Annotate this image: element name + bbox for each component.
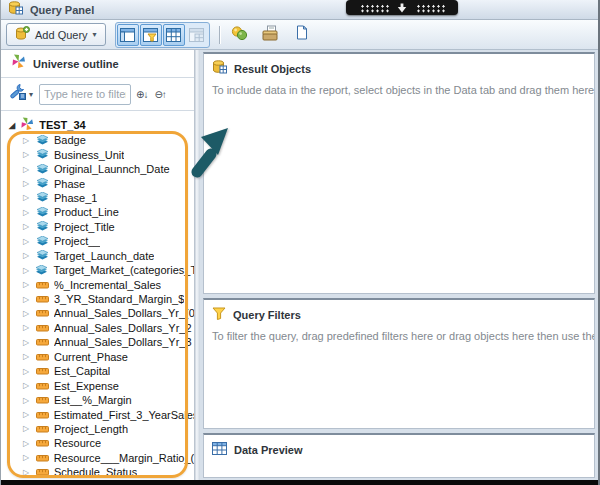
tree-item-label: Project__	[54, 235, 100, 247]
measure-icon	[36, 454, 49, 462]
tree-item[interactable]: ▷ Phase_1	[1, 191, 194, 205]
tree-item[interactable]: ▷ 3_YR_Standard_Margin_$	[1, 292, 194, 306]
collapsed-caret-icon[interactable]: ▷	[23, 352, 31, 361]
toggle-query-filters-pane-button[interactable]	[140, 24, 162, 46]
tree-item[interactable]: ▷ Annual_Sales_Dollars_Yr_2	[1, 321, 194, 335]
view-script-button[interactable]	[260, 24, 282, 46]
tree-item[interactable]: ▷ Phase	[1, 176, 194, 190]
wrench-icon	[9, 84, 27, 105]
toggle-data-preview-pane-button[interactable]	[163, 24, 185, 46]
tree-item-label: Annual_Sales_Dollars_Yr_2	[54, 322, 192, 334]
universe-icon	[20, 117, 34, 133]
docking-handle[interactable]	[346, 0, 458, 15]
collapsed-caret-icon[interactable]: ▷	[23, 381, 31, 390]
tree-item[interactable]: ▷ Schedule_Status	[1, 465, 194, 479]
collapsed-caret-icon[interactable]: ▷	[23, 280, 31, 289]
tree-item[interactable]: ▷ Business_Unit	[1, 147, 194, 161]
collapsed-caret-icon[interactable]: ▷	[23, 251, 31, 260]
tree-item[interactable]: ▷ Current_Phase	[1, 350, 194, 364]
data-preview-table-icon	[212, 441, 227, 459]
collapsed-caret-icon[interactable]: ▷	[23, 237, 31, 246]
toggle-result-objects-pane-button[interactable]	[117, 24, 139, 46]
tree-item-label: Project_Title	[54, 221, 115, 233]
toggle-secondary-pane-button[interactable]	[186, 24, 208, 46]
tree-item-label: Project_Length	[54, 423, 128, 435]
tree-item[interactable]: ▷ %_Incremental_Sales	[1, 277, 194, 291]
tree-item[interactable]: ▷ Project_Length	[1, 422, 194, 436]
collapsed-caret-icon[interactable]: ▷	[23, 396, 31, 405]
collapsed-caret-icon[interactable]: ▷	[23, 367, 31, 376]
result-objects-section[interactable]: Result Objects To include data in the re…	[203, 52, 595, 294]
tree-root-test-34[interactable]: ◢ TEST_34	[1, 117, 194, 133]
query-properties-button[interactable]	[229, 24, 251, 46]
collapsed-caret-icon[interactable]: ▷	[23, 193, 31, 202]
grip-dots-icon	[359, 3, 389, 13]
bottom-edge	[1, 480, 598, 485]
measure-icon	[36, 396, 49, 404]
collapsed-caret-icon[interactable]: ▷	[23, 309, 31, 318]
filter-funnel-icon	[212, 306, 226, 324]
expand-all-button[interactable]: ⊕↓	[134, 88, 149, 101]
tree-item[interactable]: ▷ Product_Line	[1, 205, 194, 219]
tree-item[interactable]: ▷ Est_Capital	[1, 364, 194, 378]
data-preview-section[interactable]: Data Preview	[203, 433, 595, 478]
tree-item-label: Target_Market_(categories_TE	[53, 264, 194, 276]
query-filters-section[interactable]: Query Filters To filter the query, drag …	[203, 298, 595, 429]
measure-icon	[36, 425, 49, 433]
tree-item[interactable]: ▷ Target_Launch_date	[1, 249, 194, 263]
query-filters-hint: To filter the query, drag predefined fil…	[204, 327, 594, 345]
tree-item-label: 3_YR_Standard_Margin_$	[54, 293, 184, 305]
pane-toggle-group	[115, 22, 210, 48]
expanded-caret-icon[interactable]: ◢	[9, 121, 15, 130]
dimension-icon	[36, 250, 49, 261]
collapsed-caret-icon[interactable]: ▷	[23, 338, 31, 347]
tree-item[interactable]: ▷ Annual_Sales_Dollars_Yr_(00	[1, 306, 194, 320]
collapsed-caret-icon[interactable]: ▷	[23, 222, 31, 231]
tree-item[interactable]: ▷ Annual_Sales_Dollars_Yr_3	[1, 335, 194, 349]
universe-tree: ◢ TEST_34 ▷	[1, 111, 194, 480]
universe-outline-panel: Universe outline ▾	[1, 50, 194, 480]
collapsed-caret-icon[interactable]: ▷	[23, 323, 31, 332]
document-button[interactable]	[291, 24, 313, 46]
collapsed-caret-icon[interactable]: ▷	[23, 468, 31, 477]
collapsed-caret-icon[interactable]: ▷	[23, 150, 31, 159]
collapsed-caret-icon[interactable]: ▷	[23, 208, 31, 217]
result-objects-hint: To include data in the report, select ob…	[204, 81, 594, 99]
tree-item[interactable]: ▷ Badge	[1, 133, 194, 147]
collapsed-caret-icon[interactable]: ▷	[23, 295, 31, 304]
tree-item[interactable]: ▷ Estimated_First_3_YearSales	[1, 407, 194, 421]
collapsed-caret-icon[interactable]: ▷	[23, 136, 31, 145]
chevron-down-icon: ▾	[29, 90, 33, 99]
tree-item-label: Original_Launnch_Date	[54, 163, 170, 175]
dimension-icon	[36, 192, 49, 203]
outline-filter-input[interactable]	[39, 84, 131, 105]
tree-item[interactable]: ▷ Project_Title	[1, 220, 194, 234]
tree-item[interactable]: ▷ Project__	[1, 234, 194, 248]
tree-item[interactable]: ▷ Target_Market_(categories_TE	[1, 263, 194, 277]
add-query-button[interactable]: Add Query ▾	[6, 23, 106, 46]
tree-item[interactable]: ▷ Resource	[1, 436, 194, 450]
dimension-icon	[36, 178, 49, 189]
tree-item[interactable]: ▷ Resource___Margin_Ratio_(F	[1, 451, 194, 465]
tree-item[interactable]: ▷ Original_Launnch_Date	[1, 162, 194, 176]
result-objects-header: Result Objects	[204, 54, 594, 81]
dimension-icon	[35, 265, 48, 276]
collapsed-caret-icon[interactable]: ▷	[23, 266, 30, 275]
measure-icon	[36, 281, 49, 289]
measure-icon	[36, 439, 49, 447]
collapsed-caret-icon[interactable]: ▷	[23, 165, 31, 174]
collapsed-caret-icon[interactable]: ▷	[23, 424, 31, 433]
outline-options-button[interactable]: ▾	[6, 82, 36, 107]
measure-icon	[36, 338, 49, 346]
query-sections: Result Objects To include data in the re…	[200, 50, 598, 480]
tree-root-label: TEST_34	[39, 119, 85, 131]
collapsed-caret-icon[interactable]: ▷	[23, 439, 31, 448]
grip-dots-icon	[415, 3, 445, 13]
collapse-all-button[interactable]: ⊖↑	[152, 88, 167, 101]
collapsed-caret-icon[interactable]: ▷	[23, 453, 31, 462]
tree-item[interactable]: ▷ Est__%_Margin	[1, 393, 194, 407]
collapsed-caret-icon[interactable]: ▷	[23, 410, 31, 419]
tree-item-label: Badge	[54, 134, 86, 146]
collapsed-caret-icon[interactable]: ▷	[23, 179, 31, 188]
tree-item[interactable]: ▷ Est_Expense	[1, 378, 194, 392]
